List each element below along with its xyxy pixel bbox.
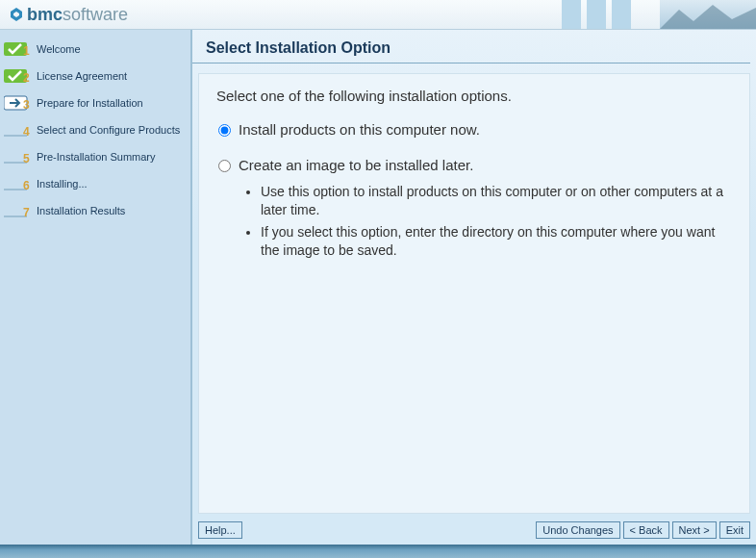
option-create-image[interactable]: Create an image to be installed later. bbox=[216, 157, 732, 173]
intro-text: Select one of the following installation… bbox=[216, 88, 732, 104]
brand-logo: bmcsoftware bbox=[0, 5, 128, 25]
step-label: Welcome bbox=[37, 43, 81, 56]
exit-button[interactable]: Exit bbox=[719, 521, 750, 539]
step-installing: 6 Installing... bbox=[0, 170, 190, 197]
help-button[interactable]: Help... bbox=[198, 521, 242, 539]
wizard-sidebar: 1 Welcome 2 License Agreement 3 Prepare … bbox=[0, 30, 192, 545]
svg-text:4: 4 bbox=[23, 125, 30, 139]
step-prepare: 3 Prepare for Installation bbox=[0, 89, 190, 116]
svg-text:5: 5 bbox=[23, 152, 30, 165]
svg-text:7: 7 bbox=[23, 206, 30, 219]
brand-bold: bmc bbox=[27, 5, 63, 25]
radio-create-image[interactable] bbox=[218, 160, 231, 172]
option-label: Install products on this computer now. bbox=[239, 121, 480, 138]
installer-window: bmcsoftware 1 Welcome 2 License Agreemen… bbox=[0, 0, 756, 558]
step-label: License Agreement bbox=[37, 70, 127, 83]
svg-marker-0 bbox=[660, 5, 756, 29]
step-icon-current: 3 bbox=[4, 94, 31, 112]
main-area: 1 Welcome 2 License Agreement 3 Prepare … bbox=[0, 30, 756, 545]
step-label: Select and Configure Products bbox=[37, 124, 180, 137]
step-icon-pending: 5 bbox=[4, 148, 31, 165]
step-icon-done: 2 bbox=[4, 67, 31, 85]
banner: bmcsoftware bbox=[0, 0, 756, 30]
step-label: Installation Results bbox=[37, 205, 125, 217]
svg-text:2: 2 bbox=[23, 71, 30, 85]
bottom-gradient-bar bbox=[0, 545, 756, 558]
step-icon-done: 1 bbox=[4, 40, 31, 58]
step-select-configure: 4 Select and Configure Products bbox=[0, 116, 190, 143]
bullet-item: Use this option to install products on t… bbox=[261, 183, 732, 219]
brand-light: software bbox=[63, 5, 128, 25]
back-button[interactable]: < Back bbox=[623, 521, 669, 539]
step-results: 7 Installation Results bbox=[0, 197, 190, 224]
next-button[interactable]: Next > bbox=[672, 521, 717, 539]
page-body: Select one of the following installation… bbox=[198, 73, 750, 514]
bullet-item: If you select this option, enter the dir… bbox=[261, 223, 732, 260]
banner-blocks bbox=[556, 0, 631, 29]
banner-decoration bbox=[556, 0, 756, 29]
svg-text:3: 3 bbox=[23, 98, 30, 112]
content-pane: Select Installation Option Select one of… bbox=[192, 30, 756, 545]
footer-bar: Help... Undo Changes < Back Next > Exit bbox=[192, 521, 756, 545]
step-license: 2 License Agreement bbox=[0, 63, 190, 89]
banner-mountain-image bbox=[660, 0, 756, 29]
radio-install-now[interactable] bbox=[218, 124, 231, 137]
page-title: Select Installation Option bbox=[192, 30, 750, 63]
undo-changes-button[interactable]: Undo Changes bbox=[536, 521, 619, 539]
step-welcome: 1 Welcome bbox=[0, 36, 190, 63]
option-label: Create an image to be installed later. bbox=[239, 157, 473, 173]
step-label: Prepare for Installation bbox=[37, 97, 143, 110]
brand-icon bbox=[8, 6, 25, 23]
step-label: Installing... bbox=[37, 178, 88, 190]
svg-text:1: 1 bbox=[23, 44, 30, 58]
step-icon-pending: 6 bbox=[4, 175, 31, 192]
option-create-image-bullets: Use this option to install products on t… bbox=[261, 183, 732, 260]
step-icon-pending: 7 bbox=[4, 202, 31, 219]
step-icon-pending: 4 bbox=[4, 121, 31, 139]
step-pre-install-summary: 5 Pre-Installation Summary bbox=[0, 143, 190, 170]
svg-text:6: 6 bbox=[23, 179, 30, 192]
step-label: Pre-Installation Summary bbox=[37, 151, 156, 164]
option-install-now[interactable]: Install products on this computer now. bbox=[216, 121, 732, 138]
